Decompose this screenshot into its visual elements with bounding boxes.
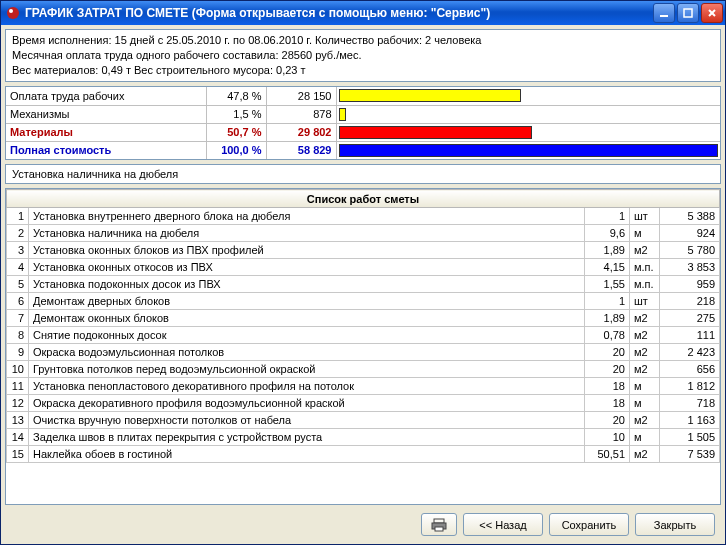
summary-bar (339, 89, 521, 102)
summary-label: Механизмы (6, 105, 206, 123)
work-name: Установка оконных откосов из ПВХ (29, 259, 585, 276)
work-cost: 1 163 (660, 412, 720, 429)
work-name: Демонтаж оконных блоков (29, 310, 585, 327)
summary-bar (339, 126, 533, 139)
summary-row: Материалы50,7 %29 802 (6, 123, 720, 141)
summary-percent: 47,8 % (206, 87, 266, 105)
work-quantity: 0,78 (585, 327, 630, 344)
work-cost: 2 423 (660, 344, 720, 361)
svg-point-1 (9, 9, 13, 13)
svg-rect-3 (684, 9, 692, 17)
table-row[interactable]: 9Окраска водоэмульсионная потолков20м22 … (7, 344, 720, 361)
table-row[interactable]: 15Наклейка обоев в гостиной50,51м27 539 (7, 446, 720, 463)
work-quantity: 20 (585, 361, 630, 378)
work-cost: 3 853 (660, 259, 720, 276)
summary-label: Оплата труда рабочих (6, 87, 206, 105)
print-button[interactable] (421, 513, 457, 536)
work-index: 7 (7, 310, 29, 327)
summary-bar (339, 144, 719, 157)
table-row[interactable]: 12Окраска декоративного профиля водоэмул… (7, 395, 720, 412)
work-index: 6 (7, 293, 29, 310)
summary-value: 878 (266, 105, 336, 123)
work-cost: 1 812 (660, 378, 720, 395)
work-name: Установка подоконных досок из ПВХ (29, 276, 585, 293)
work-quantity: 50,51 (585, 446, 630, 463)
work-name: Установка пенопластового декоративного п… (29, 378, 585, 395)
work-cost: 111 (660, 327, 720, 344)
table-row[interactable]: 7Демонтаж оконных блоков1,89м2275 (7, 310, 720, 327)
work-cost: 1 505 (660, 429, 720, 446)
back-button[interactable]: << Назад (463, 513, 543, 536)
work-quantity: 1 (585, 208, 630, 225)
table-row[interactable]: 5Установка подоконных досок из ПВХ1,55м.… (7, 276, 720, 293)
info-line: Месячная оплата труда одного рабочего со… (12, 48, 714, 63)
summary-value: 58 829 (266, 141, 336, 159)
maximize-button[interactable] (677, 3, 699, 23)
work-unit: м2 (630, 310, 660, 327)
work-index: 8 (7, 327, 29, 344)
title-bar[interactable]: ГРАФИК ЗАТРАТ ПО СМЕТЕ (Форма открываетс… (1, 1, 725, 25)
work-cost: 5 780 (660, 242, 720, 259)
summary-percent: 1,5 % (206, 105, 266, 123)
summary-percent: 100,0 % (206, 141, 266, 159)
selected-work-label: Установка наличника на дюбеля (5, 164, 721, 184)
summary-bar-cell (336, 123, 720, 141)
printer-icon (431, 518, 447, 532)
work-name: Окраска декоративного профиля водоэмульс… (29, 395, 585, 412)
work-index: 5 (7, 276, 29, 293)
work-unit: м (630, 395, 660, 412)
work-name: Грунтовка потолков перед водоэмульсионно… (29, 361, 585, 378)
works-table-container[interactable]: Список работ сметы 1Установка внутреннег… (5, 188, 721, 505)
close-button[interactable] (701, 3, 723, 23)
table-row[interactable]: 11Установка пенопластового декоративного… (7, 378, 720, 395)
work-name: Окраска водоэмульсионная потолков (29, 344, 585, 361)
works-table: Список работ сметы 1Установка внутреннег… (6, 189, 720, 463)
work-index: 2 (7, 225, 29, 242)
work-cost: 218 (660, 293, 720, 310)
svg-point-0 (7, 7, 19, 19)
window-buttons (653, 3, 723, 23)
summary-row: Полная стоимость100,0 %58 829 (6, 141, 720, 159)
table-row[interactable]: 1Установка внутреннего дверного блока на… (7, 208, 720, 225)
work-cost: 656 (660, 361, 720, 378)
app-icon (5, 5, 21, 21)
table-row[interactable]: 6Демонтаж дверных блоков1шт218 (7, 293, 720, 310)
summary-label: Полная стоимость (6, 141, 206, 159)
minimize-button[interactable] (653, 3, 675, 23)
work-index: 4 (7, 259, 29, 276)
work-quantity: 18 (585, 395, 630, 412)
summary-bar (339, 108, 347, 121)
work-name: Установка наличника на дюбеля (29, 225, 585, 242)
work-cost: 7 539 (660, 446, 720, 463)
window: ГРАФИК ЗАТРАТ ПО СМЕТЕ (Форма открываетс… (0, 0, 726, 545)
info-line: Вес материалов: 0,49 т Вес строительного… (12, 63, 714, 78)
table-row[interactable]: 10Грунтовка потолков перед водоэмульсион… (7, 361, 720, 378)
svg-rect-8 (435, 527, 443, 531)
save-button[interactable]: Сохранить (549, 513, 629, 536)
table-row[interactable]: 4Установка оконных откосов из ПВХ4,15м.п… (7, 259, 720, 276)
button-bar: << Назад Сохранить Закрыть (5, 509, 721, 540)
summary-percent: 50,7 % (206, 123, 266, 141)
window-title: ГРАФИК ЗАТРАТ ПО СМЕТЕ (Форма открываетс… (25, 6, 653, 20)
work-unit: м (630, 378, 660, 395)
work-unit: м (630, 429, 660, 446)
client-area: Время исполнения: 15 дней с 25.05.2010 г… (1, 25, 725, 544)
table-row[interactable]: 2Установка наличника на дюбеля9,6м924 (7, 225, 720, 242)
work-unit: м2 (630, 412, 660, 429)
work-index: 9 (7, 344, 29, 361)
work-unit: м2 (630, 446, 660, 463)
table-row[interactable]: 8Снятие подоконных досок0,78м2111 (7, 327, 720, 344)
table-row[interactable]: 14Заделка швов в плитах перекрытия с уст… (7, 429, 720, 446)
work-unit: шт (630, 208, 660, 225)
work-name: Установка оконных блоков из ПВХ профилей (29, 242, 585, 259)
work-quantity: 1,55 (585, 276, 630, 293)
table-row[interactable]: 3Установка оконных блоков из ПВХ профиле… (7, 242, 720, 259)
work-index: 13 (7, 412, 29, 429)
work-cost: 959 (660, 276, 720, 293)
work-name: Заделка швов в плитах перекрытия с устро… (29, 429, 585, 446)
info-panel: Время исполнения: 15 дней с 25.05.2010 г… (5, 29, 721, 82)
work-quantity: 18 (585, 378, 630, 395)
summary-value: 29 802 (266, 123, 336, 141)
close-button-footer[interactable]: Закрыть (635, 513, 715, 536)
table-row[interactable]: 13Очистка вручную поверхности потолков о… (7, 412, 720, 429)
